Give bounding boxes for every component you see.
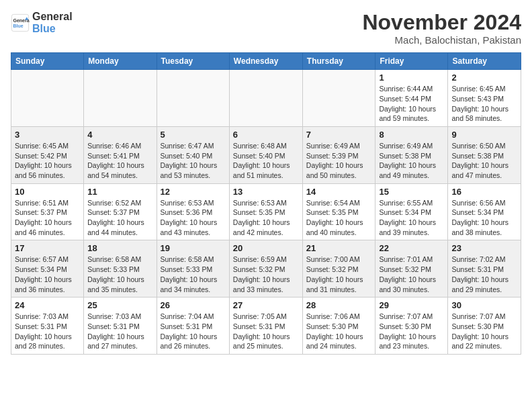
calendar-week-row: 10Sunrise: 6:51 AMSunset: 5:37 PMDayligh… xyxy=(11,183,521,240)
day-number: 18 xyxy=(87,243,152,253)
day-info: Sunrise: 6:47 AMSunset: 5:40 PMDaylight:… xyxy=(161,141,226,181)
day-number: 16 xyxy=(451,187,517,197)
location-title: Mach, Balochistan, Pakistan xyxy=(362,34,521,46)
table-row: 30Sunrise: 7:07 AMSunset: 5:30 PMDayligh… xyxy=(448,298,521,355)
day-number: 17 xyxy=(15,243,80,253)
table-row: 6Sunrise: 6:48 AMSunset: 5:40 PMDaylight… xyxy=(229,126,302,183)
col-wednesday: Wednesday xyxy=(229,53,302,70)
day-number: 25 xyxy=(87,300,152,310)
table-row: 26Sunrise: 7:04 AMSunset: 5:31 PMDayligh… xyxy=(157,298,229,355)
col-friday: Friday xyxy=(375,53,448,70)
col-saturday: Saturday xyxy=(448,53,521,70)
col-sunday: Sunday xyxy=(11,53,84,70)
day-number: 4 xyxy=(87,130,152,140)
table-row: 2Sunrise: 6:45 AMSunset: 5:43 PMDaylight… xyxy=(448,70,521,127)
calendar-header: Sunday Monday Tuesday Wednesday Thursday… xyxy=(11,53,521,70)
table-row: 29Sunrise: 7:07 AMSunset: 5:30 PMDayligh… xyxy=(375,298,448,355)
day-info: Sunrise: 6:58 AMSunset: 5:33 PMDaylight:… xyxy=(161,255,226,294)
day-info: Sunrise: 6:49 AMSunset: 5:38 PMDaylight:… xyxy=(379,141,444,181)
logo-icon: General Blue xyxy=(11,13,30,32)
table-row: 27Sunrise: 7:05 AMSunset: 5:31 PMDayligh… xyxy=(229,298,302,355)
col-thursday: Thursday xyxy=(302,53,375,70)
header-row: Sunday Monday Tuesday Wednesday Thursday… xyxy=(11,53,521,70)
day-number: 1 xyxy=(379,73,444,83)
table-row: 15Sunrise: 6:55 AMSunset: 5:34 PMDayligh… xyxy=(375,183,448,240)
day-number: 24 xyxy=(15,300,80,310)
table-row: 28Sunrise: 7:06 AMSunset: 5:30 PMDayligh… xyxy=(302,298,375,355)
day-number: 29 xyxy=(379,300,444,310)
col-monday: Monday xyxy=(84,53,157,70)
table-row: 10Sunrise: 6:51 AMSunset: 5:37 PMDayligh… xyxy=(11,183,84,240)
day-info: Sunrise: 7:03 AMSunset: 5:31 PMDaylight:… xyxy=(87,312,152,351)
day-number: 26 xyxy=(161,300,226,310)
calendar-week-row: 24Sunrise: 7:03 AMSunset: 5:31 PMDayligh… xyxy=(11,298,521,355)
table-row xyxy=(302,70,375,127)
table-row: 14Sunrise: 6:54 AMSunset: 5:35 PMDayligh… xyxy=(302,183,375,240)
day-info: Sunrise: 7:01 AMSunset: 5:32 PMDaylight:… xyxy=(379,255,444,294)
day-number: 6 xyxy=(233,130,299,140)
table-row: 25Sunrise: 7:03 AMSunset: 5:31 PMDayligh… xyxy=(84,298,157,355)
day-number: 8 xyxy=(379,130,444,140)
day-number: 20 xyxy=(233,243,299,253)
day-number: 11 xyxy=(87,187,152,197)
table-row: 11Sunrise: 6:52 AMSunset: 5:37 PMDayligh… xyxy=(84,183,157,240)
table-row xyxy=(11,70,84,127)
table-row: 20Sunrise: 6:59 AMSunset: 5:32 PMDayligh… xyxy=(229,240,302,298)
table-row: 5Sunrise: 6:47 AMSunset: 5:40 PMDaylight… xyxy=(157,126,229,183)
title-area: November 2024 Mach, Balochistan, Pakista… xyxy=(362,11,521,46)
logo: General Blue General Blue xyxy=(11,11,73,34)
page-header: General Blue General Blue November 2024 … xyxy=(11,11,521,46)
day-info: Sunrise: 6:45 AMSunset: 5:42 PMDaylight:… xyxy=(15,141,80,181)
calendar-week-row: 1Sunrise: 6:44 AMSunset: 5:44 PMDaylight… xyxy=(11,70,521,127)
day-number: 7 xyxy=(306,130,372,140)
day-number: 27 xyxy=(233,300,299,310)
table-row: 7Sunrise: 6:49 AMSunset: 5:39 PMDaylight… xyxy=(302,126,375,183)
day-info: Sunrise: 6:49 AMSunset: 5:39 PMDaylight:… xyxy=(306,141,372,181)
day-number: 9 xyxy=(451,130,517,140)
table-row: 18Sunrise: 6:58 AMSunset: 5:33 PMDayligh… xyxy=(84,240,157,298)
day-number: 5 xyxy=(161,130,226,140)
table-row: 19Sunrise: 6:58 AMSunset: 5:33 PMDayligh… xyxy=(157,240,229,298)
calendar-body: 1Sunrise: 6:44 AMSunset: 5:44 PMDaylight… xyxy=(11,70,521,355)
table-row: 8Sunrise: 6:49 AMSunset: 5:38 PMDaylight… xyxy=(375,126,448,183)
month-title: November 2024 xyxy=(362,11,521,34)
day-info: Sunrise: 6:53 AMSunset: 5:35 PMDaylight:… xyxy=(233,198,299,238)
day-info: Sunrise: 7:05 AMSunset: 5:31 PMDaylight:… xyxy=(233,312,299,351)
day-info: Sunrise: 6:59 AMSunset: 5:32 PMDaylight:… xyxy=(233,255,299,294)
day-info: Sunrise: 6:48 AMSunset: 5:40 PMDaylight:… xyxy=(233,141,299,181)
table-row: 9Sunrise: 6:50 AMSunset: 5:38 PMDaylight… xyxy=(448,126,521,183)
day-number: 19 xyxy=(161,243,226,253)
day-info: Sunrise: 6:52 AMSunset: 5:37 PMDaylight:… xyxy=(87,198,152,238)
day-info: Sunrise: 6:57 AMSunset: 5:34 PMDaylight:… xyxy=(15,255,80,294)
svg-text:Blue: Blue xyxy=(13,24,24,28)
table-row: 4Sunrise: 6:46 AMSunset: 5:41 PMDaylight… xyxy=(84,126,157,183)
table-row: 16Sunrise: 6:56 AMSunset: 5:34 PMDayligh… xyxy=(448,183,521,240)
table-row: 24Sunrise: 7:03 AMSunset: 5:31 PMDayligh… xyxy=(11,298,84,355)
table-row: 13Sunrise: 6:53 AMSunset: 5:35 PMDayligh… xyxy=(229,183,302,240)
day-info: Sunrise: 7:02 AMSunset: 5:31 PMDaylight:… xyxy=(451,255,517,294)
day-info: Sunrise: 6:50 AMSunset: 5:38 PMDaylight:… xyxy=(451,141,517,181)
day-number: 15 xyxy=(379,187,444,197)
calendar-week-row: 3Sunrise: 6:45 AMSunset: 5:42 PMDaylight… xyxy=(11,126,521,183)
calendar-table: Sunday Monday Tuesday Wednesday Thursday… xyxy=(11,52,521,355)
day-number: 28 xyxy=(306,300,372,310)
table-row xyxy=(84,70,157,127)
day-info: Sunrise: 6:44 AMSunset: 5:44 PMDaylight:… xyxy=(379,84,444,124)
svg-rect-0 xyxy=(11,14,28,31)
day-number: 23 xyxy=(451,243,517,253)
day-number: 14 xyxy=(306,187,372,197)
day-info: Sunrise: 7:04 AMSunset: 5:31 PMDaylight:… xyxy=(161,312,226,351)
day-info: Sunrise: 7:03 AMSunset: 5:31 PMDaylight:… xyxy=(15,312,80,351)
table-row: 1Sunrise: 6:44 AMSunset: 5:44 PMDaylight… xyxy=(375,70,448,127)
day-number: 13 xyxy=(233,187,299,197)
table-row: 22Sunrise: 7:01 AMSunset: 5:32 PMDayligh… xyxy=(375,240,448,298)
day-number: 10 xyxy=(15,187,80,197)
day-info: Sunrise: 6:45 AMSunset: 5:43 PMDaylight:… xyxy=(451,84,517,124)
day-info: Sunrise: 6:56 AMSunset: 5:34 PMDaylight:… xyxy=(451,198,517,238)
day-info: Sunrise: 6:46 AMSunset: 5:41 PMDaylight:… xyxy=(87,141,152,181)
day-info: Sunrise: 7:06 AMSunset: 5:30 PMDaylight:… xyxy=(306,312,372,351)
col-tuesday: Tuesday xyxy=(157,53,229,70)
table-row: 12Sunrise: 6:53 AMSunset: 5:36 PMDayligh… xyxy=(157,183,229,240)
day-info: Sunrise: 7:07 AMSunset: 5:30 PMDaylight:… xyxy=(379,312,444,351)
table-row xyxy=(229,70,302,127)
